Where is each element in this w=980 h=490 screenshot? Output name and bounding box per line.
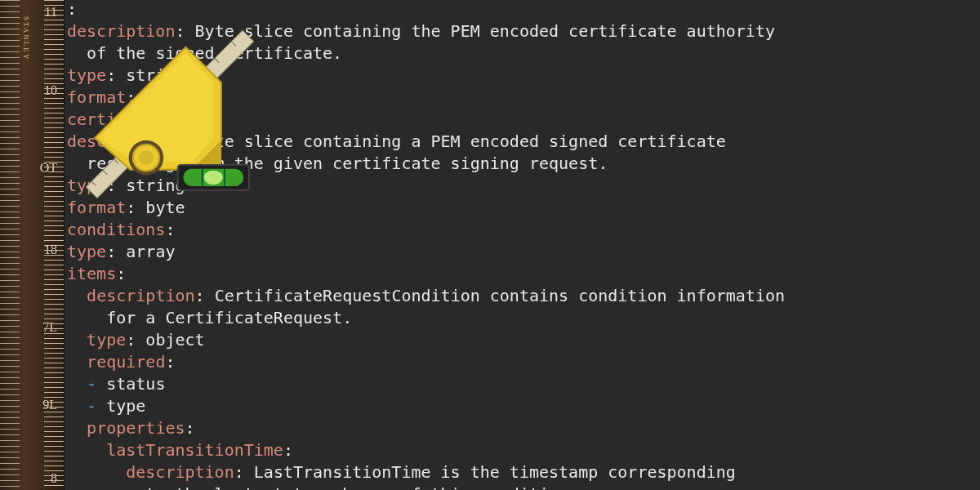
code-line: - type	[67, 395, 785, 417]
code-line: description: LastTransitionTime is the t…	[67, 461, 785, 483]
code-line: description: Byte slice containing the P…	[67, 20, 785, 42]
yaml-code-block: :description: Byte slice containing the …	[67, 0, 785, 490]
code-line: :	[67, 0, 785, 20]
code-line: to the last status change of this condit…	[67, 483, 785, 490]
code-line: conditions:	[67, 219, 785, 241]
ruler-mark: 9L	[42, 396, 57, 414]
code-line: resulting from the given certificate sig…	[67, 153, 785, 175]
code-line: type: array	[67, 241, 785, 263]
ruler-mark: OT	[40, 159, 57, 177]
code-line: format: byte	[67, 87, 785, 109]
ruler-mark: 7L	[42, 318, 57, 336]
ruler-overlay: STANLEY 1110OT187L9L8	[0, 0, 65, 490]
ruler-mark: 11	[45, 3, 57, 21]
code-line: properties:	[67, 417, 785, 439]
code-line: description: Byte slice containing a PEM…	[67, 131, 785, 153]
ruler-brand: STANLEY	[21, 16, 31, 60]
ruler-mark: 18	[44, 241, 57, 259]
code-line: items:	[67, 263, 785, 285]
code-line: for a CertificateRequest.	[67, 307, 785, 329]
code-line: type: object	[67, 329, 785, 351]
code-line: lastTransitionTime:	[67, 439, 785, 461]
code-line: type: string	[67, 175, 785, 197]
ruler-mark: 10	[44, 82, 57, 100]
code-line: - status	[67, 373, 785, 395]
code-line: description: CertificateRequestCondition…	[67, 285, 785, 307]
code-line: type: string	[67, 65, 785, 87]
code-line: required:	[67, 351, 785, 373]
code-line: certificate:	[67, 109, 785, 131]
code-line: of the signed certificate.	[67, 42, 785, 65]
ruler-mark: 8	[51, 470, 57, 488]
code-line: format: byte	[67, 197, 785, 219]
